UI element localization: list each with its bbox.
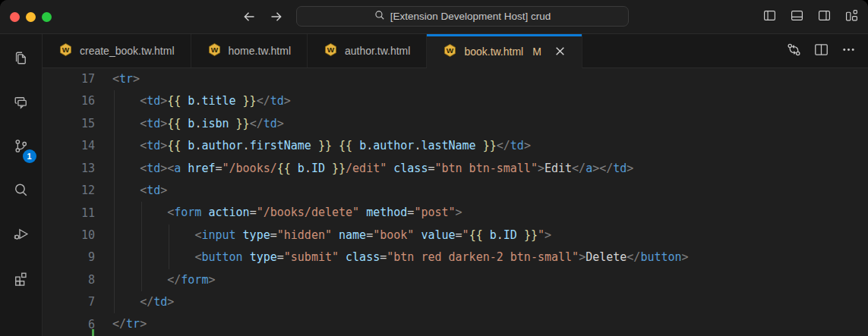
indent-guide: [141, 269, 142, 291]
sidebar-item-extensions[interactable]: [0, 257, 43, 301]
indent-guide: [169, 225, 169, 247]
line-number: 8: [43, 269, 95, 291]
code-line-16: <td>{{ b.title }}</td>: [112, 90, 868, 112]
code-line-8: </form>: [112, 269, 868, 291]
svg-text:W: W: [327, 46, 335, 54]
toggle-secondary-sidebar-icon[interactable]: [818, 9, 831, 25]
close-tab-icon[interactable]: [554, 46, 566, 57]
indent-guide: [114, 202, 115, 224]
tw-file-hexagon-icon: W: [324, 42, 338, 59]
indent-guide: [114, 90, 115, 112]
code-line-13: <td><a href="/books/{{ b.ID }}/edit" cla…: [112, 158, 868, 180]
sidebar-item-chat[interactable]: [0, 81, 43, 125]
run-and-debug-icon: [11, 225, 30, 247]
indent-guide: [114, 158, 115, 180]
code-line-10: <input type="hidden" name="book" value="…: [112, 225, 868, 247]
code-editor[interactable]: 17161514131211109876 <tr> <td>{{ b.title…: [43, 68, 868, 336]
explorer-files-icon: [11, 49, 30, 71]
indent-guide: [114, 113, 115, 135]
tab-bar-tabs: W create_book.tw.html W home.tw.html W a…: [43, 34, 582, 68]
tab-label: home.tw.html: [229, 45, 291, 57]
tab-author.tw.html[interactable]: W author.tw.html: [308, 34, 427, 68]
code-line-17: <tr>: [112, 68, 868, 90]
line-number: 10: [43, 225, 95, 247]
tw-file-hexagon-icon: W: [207, 42, 222, 59]
code-line-14: <td>{{ b.author.firstName }} {{ b.author…: [112, 135, 868, 157]
tw-file-hexagon-icon: W: [58, 42, 73, 59]
tab-book.tw.html[interactable]: W book.tw.html M: [427, 34, 582, 68]
indent-guide: [169, 247, 169, 268]
indent-guide: [114, 225, 115, 247]
back-arrow-icon[interactable]: [241, 9, 257, 24]
svg-text:W: W: [62, 46, 70, 54]
command-center-search[interactable]: [Extension Development Host] crud: [296, 6, 629, 27]
line-number: 16: [43, 90, 95, 112]
indent-guide: [114, 247, 115, 268]
git-added-gutter-marker: [92, 329, 94, 336]
search-icon: [374, 10, 385, 23]
code-line-15: <td>{{ b.isbn }}</td>: [112, 113, 868, 135]
code-line-9: <button type="submit" class="btn red dar…: [112, 247, 868, 268]
command-center-text: [Extension Development Host] crud: [390, 11, 551, 22]
line-number: 7: [43, 291, 95, 313]
code-line-6: </tr>: [112, 313, 868, 335]
line-number: 13: [43, 158, 95, 180]
more-actions-icon[interactable]: [841, 42, 856, 60]
tw-file-hexagon-icon: W: [443, 43, 457, 60]
indent-guide: [141, 202, 142, 224]
forward-arrow-icon[interactable]: [269, 9, 284, 24]
indent-guide: [114, 269, 115, 291]
sidebar-item-source-control[interactable]: 1: [0, 125, 43, 169]
source-control-badge: 1: [23, 149, 36, 163]
traffic-lights: [0, 12, 52, 22]
tab-label: create_book.tw.html: [80, 45, 175, 57]
code-content: <tr> <td>{{ b.title }}</td> <td>{{ b.isb…: [112, 68, 868, 336]
git-modified-badge: M: [532, 46, 541, 58]
svg-text:W: W: [210, 46, 218, 54]
line-number: 15: [43, 113, 95, 135]
sidebar-item-search[interactable]: [0, 169, 43, 213]
activity-bar: 1: [0, 34, 43, 336]
split-editor-icon[interactable]: [814, 42, 829, 60]
search-magnifier-icon: [11, 181, 30, 203]
open-changes-icon[interactable]: [787, 42, 801, 60]
line-number: 9: [43, 247, 95, 268]
line-number: 12: [43, 180, 95, 202]
indent-guide: [114, 135, 115, 157]
chat-icon: [11, 93, 30, 115]
tab-home.tw.html[interactable]: W home.tw.html: [191, 34, 308, 68]
line-number: 11: [43, 203, 95, 225]
indent-guide: [141, 247, 142, 268]
line-number: 14: [43, 135, 95, 157]
line-number-gutter: 17161514131211109876: [43, 68, 112, 336]
sidebar-item-run-debug[interactable]: [0, 213, 43, 257]
code-line-12: <td>: [112, 180, 868, 202]
toggle-primary-sidebar-icon[interactable]: [763, 9, 776, 25]
line-number: 6: [43, 314, 95, 336]
toggle-panel-icon[interactable]: [791, 9, 803, 25]
code-line-11: <form action="/books/delete" method="pos…: [112, 202, 868, 224]
vscode-window: [Extension Development Host] crud: [0, 0, 868, 336]
zoom-window-button[interactable]: [42, 12, 52, 22]
close-window-button[interactable]: [10, 12, 20, 22]
indent-guide: [141, 225, 142, 247]
tab-label: author.tw.html: [345, 45, 410, 57]
tab-bar: W create_book.tw.html W home.tw.html W a…: [43, 34, 868, 68]
tab-create_book.tw.html[interactable]: W create_book.tw.html: [43, 34, 191, 68]
minimize-window-button[interactable]: [26, 12, 36, 22]
tab-label: book.tw.html: [464, 46, 523, 58]
indent-guide: [114, 291, 115, 313]
code-line-7: </td>: [112, 291, 868, 313]
sidebar-item-explorer[interactable]: [0, 37, 43, 81]
svg-text:W: W: [447, 46, 454, 55]
line-number: 17: [43, 68, 95, 90]
title-bar: [Extension Development Host] crud: [0, 0, 868, 34]
indent-guide: [114, 180, 115, 202]
customize-layout-icon[interactable]: [845, 9, 858, 25]
extensions-icon: [11, 268, 30, 290]
